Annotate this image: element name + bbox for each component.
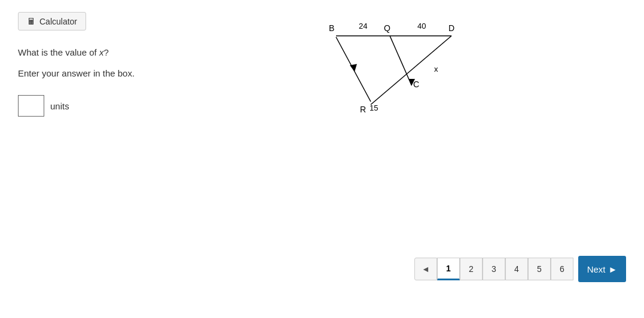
label-B: B: [329, 23, 334, 33]
diagram-container: B 24 Q 40 D C: [323, 18, 466, 121]
question-prefix: What is the value of: [18, 47, 99, 57]
question-suffix: ?: [103, 47, 108, 57]
page-6-button[interactable]: 6: [551, 258, 573, 280]
next-button[interactable]: Next ►: [578, 256, 626, 282]
units-label: units: [50, 101, 69, 111]
line-QC: [390, 36, 411, 85]
page-5-button[interactable]: 5: [528, 258, 551, 280]
label-40: 40: [417, 22, 426, 30]
line-DR: [371, 36, 451, 105]
calculator-icon: 🖩: [27, 16, 36, 26]
label-24: 24: [359, 22, 367, 30]
next-arrow-icon: ►: [608, 264, 617, 274]
prev-button[interactable]: ◄: [414, 258, 437, 280]
calculator-label: Calculator: [39, 17, 77, 26]
next-label: Next: [587, 264, 606, 274]
label-R: R: [360, 105, 366, 114]
label-D: D: [448, 23, 454, 33]
label-C: C: [413, 80, 419, 89]
question-text: What is the value of x?: [18, 47, 626, 57]
label-x: x: [434, 65, 438, 74]
page-2-button[interactable]: 2: [460, 258, 483, 280]
page-1-button[interactable]: 1: [437, 258, 460, 280]
label-Q: Q: [384, 23, 390, 33]
page-container: 🖩 Calculator What is the value of x? Ent…: [0, 0, 644, 318]
calculator-button[interactable]: 🖩 Calculator: [18, 12, 86, 30]
pagination-container: ◄ 1 2 3 4 5 6 Next ►: [414, 256, 626, 282]
page-3-button[interactable]: 3: [483, 258, 505, 280]
answer-input[interactable]: [18, 95, 44, 117]
geometry-diagram: B 24 Q 40 D C: [323, 18, 466, 120]
label-15: 15: [370, 103, 378, 112]
page-4-button[interactable]: 4: [505, 258, 528, 280]
instruction-text: Enter your answer in the box.: [18, 68, 626, 78]
answer-row: units: [18, 95, 626, 117]
